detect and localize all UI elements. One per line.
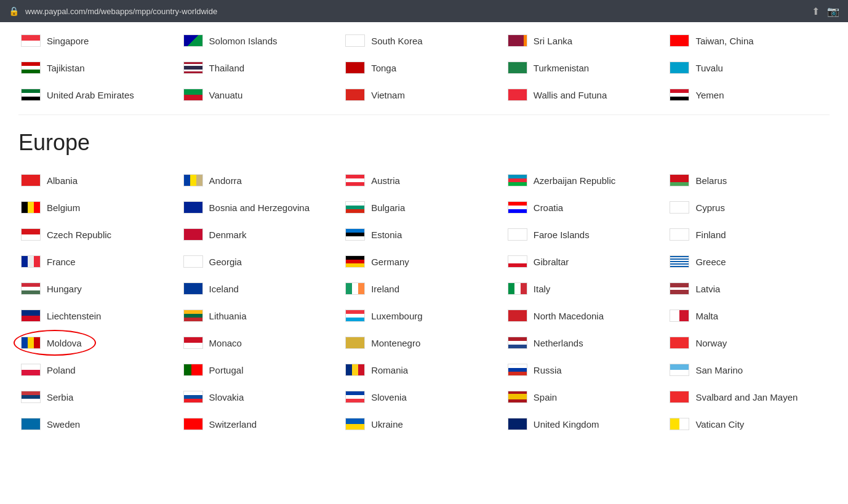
flag-taiwan,-china [670,34,689,47]
country-item-france[interactable]: France [18,248,181,275]
country-item-albania[interactable]: Albania [18,167,181,194]
country-item-tajikistan[interactable]: Tajikistan [18,54,181,81]
flag-russia [508,364,527,376]
country-item-greece[interactable]: Greece [667,248,830,275]
country-item-turkmenistan[interactable]: Turkmenistan [505,54,668,81]
country-item-singapore[interactable]: Singapore [18,27,181,54]
country-item-andorra[interactable]: Andorra [181,167,343,194]
country-item-south-korea[interactable]: South Korea [343,27,505,54]
country-item-russia[interactable]: Russia [505,356,668,383]
camera-icon[interactable]: 📷 [827,6,839,17]
flag-tuvalu [670,62,689,74]
country-item-germany[interactable]: Germany [343,248,505,275]
page-content: SingaporeSolomon IslandsSouth KoreaSri L… [0,22,848,504]
country-item-gibraltar[interactable]: Gibraltar [505,248,668,275]
flag-singapore [21,34,41,47]
flag-tonga [345,62,365,74]
country-item-estonia[interactable]: Estonia [343,221,505,248]
country-item-sweden[interactable]: Sweden [18,410,181,438]
country-item-svalbard-and-jan-mayen[interactable]: Svalbard and Jan Mayen [667,383,830,410]
flag-hungary [21,282,41,295]
country-name: San Marino [695,365,743,375]
country-name: Slovenia [371,392,407,402]
country-item-liechtenstein[interactable]: Liechtenstein [18,302,181,329]
country-name: Yemen [695,90,724,100]
country-item-wallis-and-futuna[interactable]: Wallis and Futuna [505,81,668,108]
country-item-azerbaijan-republic[interactable]: Azerbaijan Republic [505,167,668,194]
country-name: Tajikistan [47,63,85,73]
country-item-portugal[interactable]: Portugal [181,356,343,383]
europe-grid: AlbaniaAndorraAustriaAzerbaijan Republic… [18,167,830,438]
flag-ukraine [345,418,365,430]
country-item-serbia[interactable]: Serbia [18,383,181,410]
country-item-malta[interactable]: Malta [667,302,830,329]
country-item-united-arab-emirates[interactable]: United Arab Emirates [18,81,181,108]
country-item-united-kingdom[interactable]: United Kingdom [505,410,668,438]
country-item-lithuania[interactable]: Lithuania [181,302,343,329]
flag-sweden [21,418,41,430]
country-item-croatia[interactable]: Croatia [505,194,668,221]
flag-estonia [345,228,365,241]
country-item-georgia[interactable]: Georgia [181,248,343,275]
country-item-vietnam[interactable]: Vietnam [343,81,505,108]
country-item-ukraine[interactable]: Ukraine [343,410,505,438]
country-name: Solomon Islands [209,36,278,46]
country-item-monaco[interactable]: Monaco [181,329,343,356]
country-item-tonga[interactable]: Tonga [343,54,505,81]
country-item-poland[interactable]: Poland [18,356,181,383]
country-item-cyprus[interactable]: Cyprus [667,194,830,221]
asia-row2-grid: TajikistanThailandTongaTurkmenistanTuval… [18,54,830,81]
country-item-solomon-islands[interactable]: Solomon Islands [181,27,343,54]
flag-portugal [183,364,203,376]
country-item-thailand[interactable]: Thailand [181,54,343,81]
country-item-san-marino[interactable]: San Marino [667,356,830,383]
country-item-finland[interactable]: Finland [667,221,830,248]
country-item-ireland[interactable]: Ireland [343,275,505,302]
browser-actions: ⬆ 📷 [812,6,839,17]
country-item-denmark[interactable]: Denmark [181,221,343,248]
country-item-sri-lanka[interactable]: Sri Lanka [505,27,668,54]
asia-row3-grid: United Arab EmiratesVanuatuVietnamWallis… [18,81,830,108]
country-item-czech-republic[interactable]: Czech Republic [18,221,181,248]
country-item-latvia[interactable]: Latvia [667,275,830,302]
country-item-bosnia-and-herzegovina[interactable]: Bosnia and Herzegovina [181,194,343,221]
flag-azerbaijan-republic [508,174,527,186]
share-icon[interactable]: ⬆ [812,6,820,17]
country-item-spain[interactable]: Spain [505,383,668,410]
country-item-romania[interactable]: Romania [343,356,505,383]
country-item-italy[interactable]: Italy [505,275,668,302]
country-name: Belgium [47,202,80,213]
country-item-switzerland[interactable]: Switzerland [181,410,343,438]
country-item-montenegro[interactable]: Montenegro [343,329,505,356]
country-item-norway[interactable]: Norway [667,329,830,356]
flag-liechtenstein [21,310,41,322]
country-item-slovenia[interactable]: Slovenia [343,383,505,410]
country-item-belgium[interactable]: Belgium [18,194,181,221]
flag-bulgaria [345,201,365,214]
flag-andorra [183,174,203,186]
country-item-bulgaria[interactable]: Bulgaria [343,194,505,221]
flag-moldova [21,337,41,349]
country-item-north-macedonia[interactable]: North Macedonia [505,302,668,329]
country-name: Tuvalu [695,63,722,73]
flag-albania [21,174,41,186]
country-item-austria[interactable]: Austria [343,167,505,194]
country-item-yemen[interactable]: Yemen [667,81,830,108]
url-bar[interactable]: www.paypal.com/md/webapps/mpp/country-wo… [25,7,217,16]
country-item-belarus[interactable]: Belarus [667,167,830,194]
country-item-slovakia[interactable]: Slovakia [181,383,343,410]
country-item-faroe-islands[interactable]: Faroe Islands [505,221,668,248]
country-item-luxembourg[interactable]: Luxembourg [343,302,505,329]
country-item-vanuatu[interactable]: Vanuatu [181,81,343,108]
country-item-hungary[interactable]: Hungary [18,275,181,302]
country-item-vatican-city[interactable]: Vatican City [667,410,830,438]
country-name: Lithuania [209,311,247,321]
flag-cyprus [670,201,689,214]
country-item-taiwan,-china[interactable]: Taiwan, China [667,27,830,54]
country-name: Bosnia and Herzegovina [209,202,310,213]
country-item-tuvalu[interactable]: Tuvalu [667,54,830,81]
flag-svalbard-and-jan-mayen [670,391,689,403]
country-item-iceland[interactable]: Iceland [181,275,343,302]
country-item-netherlands[interactable]: Netherlands [505,329,668,356]
country-item-moldova[interactable]: Moldova [18,329,181,356]
